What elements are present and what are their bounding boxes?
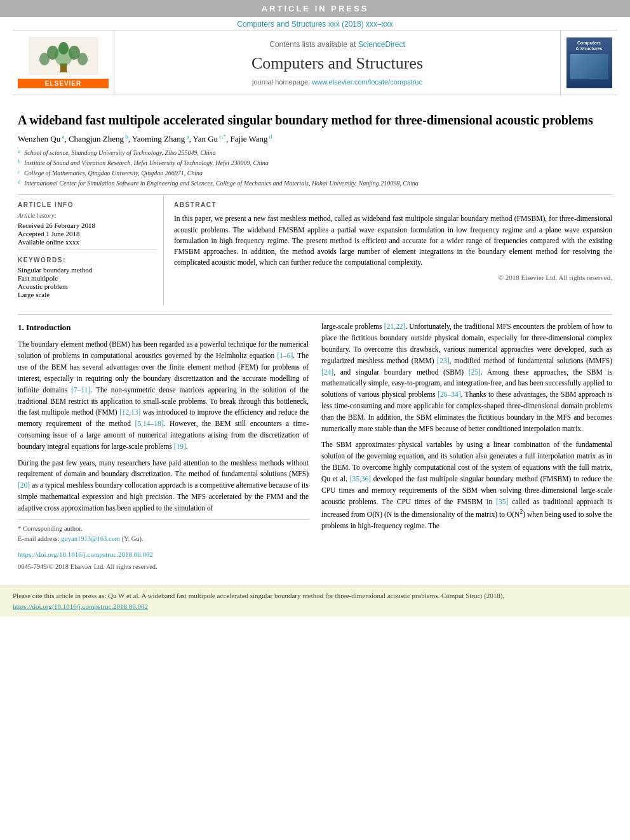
right-para-1: large-scale problems [21,22]. Unfortunat… — [321, 321, 612, 434]
authors-line: Wenzhen Qu a, Changjun Zheng b, Yaoming … — [18, 133, 612, 144]
svg-point-5 — [77, 53, 88, 65]
keyword-4: Large scale — [18, 291, 157, 298]
journal-homepage: journal homepage: www.elsevier.com/locat… — [252, 78, 422, 86]
journal-header: ELSEVIER Contents lists available at Sci… — [13, 30, 617, 95]
email-line: E-mail address: guyan1913@163.com (Y. Gu… — [18, 534, 309, 544]
received-date: Received 26 February 2018 — [18, 222, 157, 229]
journal-thumbnail: Computers& Structures — [566, 37, 612, 88]
abstract-text: In this paper, we present a new fast mes… — [174, 213, 612, 268]
article-info-heading: ARTICLE INFO — [18, 201, 157, 208]
keyword-1: Singular boundary method — [18, 266, 157, 274]
author-5: Fajie Wang — [231, 134, 268, 143]
body-section: 1. Introduction The boundary element met… — [18, 314, 612, 572]
issn-copyright: 0045-7949/© 2018 Elsevier Ltd. All right… — [18, 562, 309, 572]
thumb-text: Computers& Structures — [575, 40, 602, 51]
elsevier-logo-area: ELSEVIER — [13, 30, 114, 95]
ref-23[interactable]: [23] — [437, 357, 449, 364]
author-2: Changjun Zheng — [69, 134, 124, 143]
affiliations: a School of science, Shandong University… — [18, 148, 612, 188]
journal-title: Computers and Structures — [251, 54, 423, 73]
author-4: Yan Gu — [193, 134, 218, 143]
thumb-img — [570, 54, 608, 79]
journal-thumbnail-area: Computers& Structures — [560, 30, 617, 95]
affil-1: a School of science, Shandong University… — [18, 148, 612, 157]
footer-bar: Please cite this article in press as: Qu… — [0, 585, 630, 617]
journal-link[interactable]: Computers and Structures xxx (2018) xxx–… — [237, 20, 392, 29]
doi-link[interactable]: https://doi.org/10.1016/j.compstruc.2018… — [18, 550, 153, 558]
ref-24[interactable]: [24] — [321, 368, 333, 376]
author-1: Wenzhen Qu — [18, 134, 60, 143]
divider — [18, 250, 157, 250]
ref-35-36[interactable]: [35,36] — [350, 475, 372, 483]
email-link[interactable]: guyan1913@163.com — [61, 535, 120, 542]
article-info-col: ARTICLE INFO Article history: Received 2… — [18, 195, 164, 305]
journal-info-center: Contents lists available at ScienceDirec… — [114, 30, 560, 95]
intro-para-1: The boundary element method (BEM) has be… — [18, 339, 309, 452]
footer-cite-text: Please cite this article in press as: Qu… — [13, 592, 504, 599]
homepage-link[interactable]: www.elsevier.com/locate/compstruc — [312, 78, 422, 86]
elsevier-logo-image — [29, 37, 98, 75]
doi-link-section: https://doi.org/10.1016/j.compstruc.2018… — [18, 549, 309, 561]
abstract-col: ABSTRACT In this paper, we present a new… — [164, 195, 612, 305]
available-date: Available online xxxx — [18, 238, 157, 246]
keywords-heading: Keywords: — [18, 257, 157, 263]
affil-3: c College of Mathematics, Qingdao Univer… — [18, 168, 612, 178]
abstract-copyright: © 2018 Elsevier Ltd. All rights reserved… — [174, 274, 612, 281]
ref-1-6[interactable]: [1–6] — [277, 352, 293, 359]
accepted-date: Accepted 1 June 2018 — [18, 230, 157, 237]
keywords-section: Keywords: Singular boundary method Fast … — [18, 257, 157, 298]
keyword-3: Acoustic problem — [18, 283, 157, 290]
history-label: Article history: — [18, 212, 157, 219]
author-3: Yaoming Zhang — [132, 134, 185, 143]
footer-doi-link[interactable]: https://doi.org/10.1016/j.compstruc.2018… — [13, 603, 148, 610]
abstract-heading: ABSTRACT — [174, 201, 612, 208]
ref-35[interactable]: [35] — [496, 498, 508, 505]
journal-link-bar: Computers and Structures xxx (2018) xxx–… — [0, 17, 630, 30]
svg-point-4 — [39, 53, 50, 65]
ref-20[interactable]: [20] — [18, 481, 30, 489]
ref-19[interactable]: [19] — [174, 443, 186, 450]
paper-title: A wideband fast multipole accelerated si… — [18, 112, 612, 128]
intro-heading: 1. Introduction — [18, 321, 309, 334]
ref-21-22[interactable]: [21,22] — [384, 323, 406, 330]
right-para-2: The SBM approximates physical variables … — [321, 439, 612, 531]
ref-5-14-18[interactable]: [5,14–18] — [135, 420, 164, 427]
keyword-2: Fast multipole — [18, 274, 157, 282]
sciencedirect-anchor[interactable]: ScienceDirect — [358, 40, 405, 49]
main-content: A wideband fast multipole accelerated si… — [0, 95, 630, 578]
body-col-right: large-scale problems [21,22]. Unfortunat… — [321, 321, 612, 572]
corresponding-note: * Corresponding author. E-mail address: … — [18, 519, 309, 545]
article-in-press-banner: ARTICLE IN PRESS — [0, 0, 630, 17]
info-abstract-section: ARTICLE INFO Article history: Received 2… — [18, 194, 612, 305]
intro-para-2: During the past few years, many research… — [18, 458, 309, 514]
two-col-body: 1. Introduction The boundary element met… — [18, 321, 612, 572]
ref-25[interactable]: [25] — [469, 368, 481, 376]
sciencedirect-link: Contents lists available at ScienceDirec… — [269, 40, 405, 49]
ref-26-34[interactable]: [26–34] — [438, 390, 460, 398]
corresponding-label: * Corresponding author. — [18, 524, 309, 534]
ref-7-11[interactable]: [7–11] — [71, 386, 90, 394]
affil-2: b Institute of Sound and Vibration Resea… — [18, 158, 612, 168]
body-col-left: 1. Introduction The boundary element met… — [18, 321, 309, 572]
affil-4: d International Center for Simulation So… — [18, 178, 612, 188]
svg-point-7 — [55, 46, 72, 66]
ref-12-13[interactable]: [12,13] — [119, 408, 141, 416]
elsevier-wordmark: ELSEVIER — [18, 79, 109, 88]
